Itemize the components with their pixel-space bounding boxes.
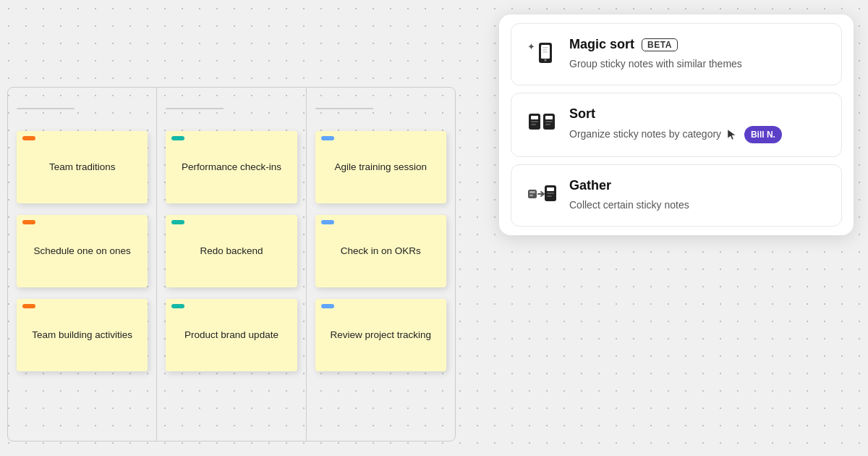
sticky-note-text: Review project tracking — [331, 329, 432, 342]
magic-sort-title-row: Magic sort BETA — [569, 37, 827, 52]
sticky-pin-teal — [171, 136, 184, 140]
sticky-note[interactable]: Agile training session — [315, 131, 446, 203]
sort-icon — [526, 106, 558, 138]
svg-rect-9 — [531, 121, 538, 122]
kanban-column-1: Team traditions Schedule one on ones Tea… — [8, 88, 157, 441]
sort-content: Sort Organize sticky notes by category B… — [569, 106, 827, 143]
sort-title: Sort — [569, 106, 595, 122]
column-line-2 — [166, 108, 224, 109]
svg-rect-13 — [545, 121, 553, 122]
svg-rect-16 — [528, 190, 537, 198]
column-header-1 — [17, 102, 148, 115]
magic-sort-card[interactable]: ✦ Magic sort BETA Group sticky notes wit… — [511, 23, 842, 85]
svg-text:✦: ✦ — [527, 41, 535, 52]
sort-card[interactable]: Sort Organize sticky notes by category B… — [511, 93, 842, 157]
sticky-note[interactable]: Redo backend — [166, 215, 297, 287]
kanban-column-3: Agile training session Check in on OKRs … — [307, 88, 455, 441]
sticky-pin-blue — [321, 136, 334, 140]
svg-rect-6 — [542, 51, 548, 53]
svg-rect-8 — [531, 116, 538, 119]
svg-rect-12 — [545, 116, 553, 119]
svg-rect-14 — [545, 124, 550, 125]
svg-rect-4 — [542, 47, 548, 48]
svg-rect-10 — [531, 124, 536, 125]
gather-title-row: Gather — [569, 178, 827, 193]
sort-description-text: Organize sticky notes by category — [569, 128, 721, 140]
sticky-note-text: Team building activities — [32, 329, 132, 342]
svg-marker-15 — [728, 130, 736, 140]
sticky-note[interactable]: Team building activities — [17, 299, 148, 371]
sticky-note[interactable]: Schedule one on ones — [17, 215, 148, 287]
svg-rect-22 — [547, 193, 554, 194]
column-header-3 — [315, 102, 446, 115]
magic-sort-desc: Group sticky notes with similar themes — [569, 56, 827, 72]
sort-title-row: Sort — [569, 106, 827, 122]
sticky-pin-blue — [321, 304, 334, 308]
sticky-note-text: Team traditions — [49, 161, 116, 174]
sticky-note-text: Redo backend — [200, 245, 263, 258]
kanban-board: Team traditions Schedule one on ones Tea… — [7, 87, 456, 442]
gather-desc: Collect certain sticky notes — [569, 198, 827, 213]
sticky-pin-teal — [171, 220, 184, 224]
svg-rect-21 — [547, 187, 554, 191]
gather-card[interactable]: Gather Collect certain sticky notes — [511, 164, 842, 227]
gather-content: Gather Collect certain sticky notes — [569, 178, 827, 213]
svg-rect-18 — [529, 195, 533, 196]
sticky-note[interactable]: Review project tracking — [315, 299, 446, 371]
column-line-1 — [17, 108, 75, 109]
sticky-note-text: Check in on OKRs — [341, 245, 421, 258]
sticky-note[interactable]: Performance check-ins — [166, 131, 297, 203]
svg-point-3 — [545, 59, 547, 62]
svg-rect-17 — [529, 191, 535, 193]
sticky-note-text: Performance check-ins — [182, 161, 281, 174]
sticky-pin-teal — [171, 304, 184, 308]
sticky-pin-orange — [22, 304, 35, 308]
sticky-pin-orange — [22, 136, 35, 140]
beta-badge: BETA — [642, 38, 678, 51]
sticky-pin-orange — [22, 220, 35, 224]
side-panel: ✦ Magic sort BETA Group sticky notes wit… — [499, 14, 854, 235]
gather-title: Gather — [569, 178, 611, 193]
sticky-note-text: Product brand update — [184, 329, 278, 342]
gather-icon — [526, 178, 558, 210]
magic-sort-title: Magic sort — [569, 37, 634, 52]
magic-sort-icon: ✦ — [526, 37, 558, 69]
sticky-note-text: Schedule one on ones — [33, 245, 130, 258]
svg-rect-5 — [542, 49, 547, 51]
sticky-note[interactable]: Team traditions — [17, 131, 148, 203]
sticky-pin-blue — [321, 220, 334, 224]
kanban-column-2: Performance check-ins Redo backend Produ… — [157, 88, 306, 441]
column-line-3 — [315, 108, 373, 109]
sticky-note[interactable]: Check in on OKRs — [315, 215, 446, 287]
sort-desc: Organize sticky notes by category Bill N… — [569, 126, 827, 143]
svg-rect-23 — [547, 195, 552, 197]
user-badge: Bill N. — [744, 126, 782, 143]
sticky-note[interactable]: Product brand update — [166, 299, 297, 371]
sticky-note-text: Agile training session — [335, 161, 427, 174]
column-header-2 — [166, 102, 297, 115]
magic-sort-content: Magic sort BETA Group sticky notes with … — [569, 37, 827, 72]
